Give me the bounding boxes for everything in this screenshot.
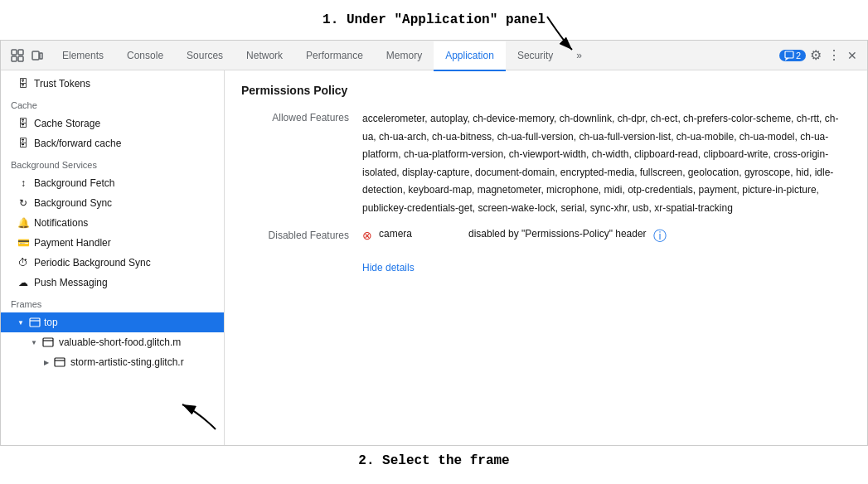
svg-rect-2 [18, 50, 23, 55]
svg-rect-7 [785, 51, 793, 58]
back-forward-cache-icon: 🗄 [17, 138, 29, 149]
tab-network[interactable]: Network [235, 41, 294, 71]
payment-handler-icon: 💳 [17, 237, 29, 249]
tab-elements[interactable]: Elements [51, 41, 115, 71]
panel-title: Permissions Policy [241, 84, 851, 97]
frame-icon-valuable [42, 336, 54, 348]
expand-icon-top: ▼ [17, 319, 24, 327]
tabs-container: Elements Console Sources Network Perform… [51, 41, 779, 70]
expand-icon-valuable: ▼ [31, 339, 37, 346]
disabled-feature-reason: disabled by "Permissions-Policy" header [468, 228, 647, 240]
sidebar-item-periodic-background-sync[interactable]: ⏱ Periodic Background Sync [1, 253, 224, 273]
periodic-sync-icon: ⏱ [17, 257, 29, 269]
sidebar-item-frame-storm[interactable]: ▶ storm-artistic-sting.glitch.r [1, 352, 224, 372]
sidebar-item-frame-top[interactable]: ▼ top [1, 312, 224, 332]
expand-icon-storm: ▶ [44, 359, 49, 366]
sidebar-item-background-sync[interactable]: ↻ Background Sync [1, 193, 224, 213]
sidebar-item-push-messaging[interactable]: ☁ Push Messaging [1, 273, 224, 293]
svg-rect-3 [12, 56, 17, 61]
svg-rect-10 [55, 358, 65, 366]
tabbar: Elements Console Sources Network Perform… [1, 41, 867, 70]
frame-icon-top [29, 317, 41, 328]
cache-section-label: Cache [1, 94, 224, 114]
svg-rect-4 [18, 56, 23, 61]
sidebar-item-cache-storage[interactable]: 🗄 Cache Storage [1, 114, 224, 133]
tab-performance[interactable]: Performance [294, 41, 375, 71]
svg-rect-8 [30, 318, 40, 327]
main-panel: Permissions Policy Allowed Features acce… [225, 70, 867, 445]
inspect-icon[interactable] [9, 47, 26, 64]
frame-icon-storm [54, 356, 65, 368]
top-annotation-text: 1. Under "Application" panel [322, 12, 546, 27]
more-menu-icon[interactable]: ⋮ [826, 47, 842, 64]
allowed-features-value: accelerometer, autoplay, ch-device-memor… [362, 110, 851, 218]
background-services-section-label: Background Services [1, 153, 224, 173]
trust-tokens-icon: 🗄 [17, 78, 29, 90]
hide-details-link[interactable]: Hide details [362, 262, 415, 273]
tab-sources[interactable]: Sources [175, 41, 235, 71]
background-sync-icon: ↻ [17, 197, 29, 209]
notifications-icon: 🔔 [17, 217, 29, 229]
bottom-annotation-text: 2. Select the frame [358, 453, 509, 468]
background-fetch-icon: ↕ [17, 177, 29, 189]
device-icon[interactable] [29, 47, 46, 64]
allowed-features-label: Allowed Features [241, 110, 349, 218]
close-icon[interactable]: ✕ [844, 47, 861, 64]
info-icon[interactable]: ⓘ [653, 228, 667, 245]
cache-storage-icon: 🗄 [17, 118, 29, 129]
svg-rect-6 [40, 53, 42, 59]
disabled-feature-name: camera [379, 228, 462, 240]
sidebar-item-back-forward-cache[interactable]: 🗄 Back/forward cache [1, 133, 224, 153]
frames-section-label: Frames [1, 293, 224, 312]
disabled-features-row: Disabled Features ⊗ camera disabled by "… [241, 228, 851, 273]
sidebar-item-payment-handler[interactable]: 💳 Payment Handler [1, 233, 224, 253]
sidebar: 🗄 Trust Tokens Cache 🗄 Cache Storage 🗄 B… [1, 70, 225, 445]
svg-rect-5 [32, 51, 39, 60]
tab-application[interactable]: Application [434, 41, 506, 71]
disabled-features-label: Disabled Features [241, 228, 349, 273]
tab-memory[interactable]: Memory [375, 41, 434, 71]
devtools-window: Elements Console Sources Network Perform… [0, 40, 868, 446]
disabled-feature-entry: ⊗ camera disabled by "Permissions-Policy… [362, 228, 851, 245]
tab-security[interactable]: Security [506, 41, 565, 71]
push-messaging-icon: ☁ [17, 277, 29, 288]
error-icon: ⊗ [362, 229, 372, 242]
allowed-features-row: Allowed Features accelerometer, autoplay… [241, 110, 851, 218]
badge-count: 2 [796, 51, 801, 60]
sidebar-item-trust-tokens[interactable]: 🗄 Trust Tokens [1, 74, 224, 94]
svg-rect-1 [12, 50, 17, 55]
tab-console[interactable]: Console [115, 41, 175, 71]
tab-more[interactable]: » [565, 41, 594, 71]
sidebar-item-background-fetch[interactable]: ↕ Background Fetch [1, 173, 224, 193]
svg-rect-9 [43, 338, 53, 346]
message-badge[interactable]: 2 [779, 50, 806, 61]
sidebar-item-notifications[interactable]: 🔔 Notifications [1, 213, 224, 233]
gear-icon[interactable]: ⚙ [807, 47, 824, 64]
main-content: 🗄 Trust Tokens Cache 🗄 Cache Storage 🗄 B… [1, 70, 867, 445]
sidebar-item-frame-valuable[interactable]: ▼ valuable-short-food.glitch.m [1, 332, 224, 352]
